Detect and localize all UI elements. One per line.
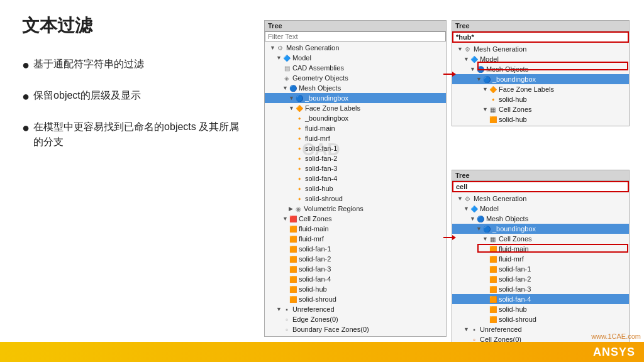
item-label: CAD Assemblies	[292, 64, 344, 72]
tree-item[interactable]: 🟧 solid-fan-3	[265, 264, 446, 274]
tree-item[interactable]: ◈ Geometry Objects	[265, 73, 446, 83]
tree-item[interactable]: 🟧 solid-hub	[265, 284, 446, 294]
item-label: solid-fan-4	[499, 295, 531, 303]
expand-arrow: ▼	[476, 76, 482, 82]
tree-item[interactable]: 🔸 fluid-mrf	[265, 133, 446, 143]
item-label: _boundingbox	[492, 225, 536, 233]
tree-item[interactable]: 🟧 solid-fan-2	[265, 254, 446, 264]
item-label: fluid-mrf	[299, 235, 324, 243]
tree-item[interactable]: 🟧 solid-hub	[452, 114, 629, 124]
tree-item[interactable]: ▼ 🔵 Mesh Objects	[265, 83, 446, 93]
tree-item-selected[interactable]: ▼ 🔵 _boundingbox	[452, 74, 629, 84]
cell-icon: 🟧	[289, 244, 297, 253]
tree-item[interactable]: 🔸 solid-hub	[265, 184, 446, 194]
item-label: Volumetric Regions	[304, 205, 364, 212]
tree-item[interactable]: ▤ CAD Assemblies	[265, 63, 446, 73]
gear-icon: ⚙	[276, 43, 285, 52]
watermark: www.1CAE.com	[591, 332, 641, 340]
item-label: Mesh Objects	[299, 84, 341, 92]
face-icon: 🔸	[295, 114, 304, 123]
expand-arrow: ▼	[482, 236, 488, 242]
tree-item[interactable]: ▫ Boundary Face Zones(0)	[265, 324, 446, 334]
tree-item[interactable]: 🟧 solid-fan-3	[452, 284, 629, 294]
item-label: fluid-main	[305, 124, 335, 132]
tree-item[interactable]: ▫ Cell Zones(0)	[265, 334, 446, 337]
tree-item[interactable]: 🟧 fluid-main	[265, 224, 446, 234]
item-label: solid-hub	[499, 96, 527, 103]
tree-item[interactable]: 🔸 _boundingbox	[265, 113, 446, 123]
tree-item[interactable]: ▼ ▦ Cell Zones	[452, 104, 629, 114]
cell-icon: ▦	[489, 105, 497, 114]
tree-item-selected[interactable]: 🟧 solid-fan-4	[452, 294, 629, 304]
unref-icon: ▪	[282, 305, 291, 314]
tree-item[interactable]: ▼ ⚙ Mesh Generation	[452, 194, 629, 204]
right-tree-top-filter[interactable]	[452, 31, 629, 43]
tree-item[interactable]: ▼ ⚙ Mesh Generation	[265, 43, 446, 53]
tree-item-selected[interactable]: ▼ 🔵 _boundingbox	[452, 224, 629, 234]
face-icon: 🔸	[295, 174, 304, 183]
tree-item[interactable]: 🔸 solid-fan-4	[265, 173, 446, 184]
left-tree-filter[interactable]	[265, 31, 446, 41]
item-label: solid-fan-4	[299, 275, 331, 283]
slide-title: 文本过滤	[22, 14, 92, 38]
tree-item[interactable]: ▼ 🟥 Cell Zones	[265, 214, 446, 224]
expand-arrow: ▼	[457, 195, 463, 202]
mesh-icon: 🔵	[482, 224, 491, 233]
tree-item[interactable]: ▼ 🔵 Mesh Objects	[452, 64, 629, 74]
tree-item[interactable]: 🟧 fluid-main	[452, 244, 629, 254]
item-label: solid-shroud	[299, 295, 336, 303]
tree-item[interactable]: 🟧 solid-shroud	[452, 314, 629, 324]
item-label: solid-fan-4	[305, 175, 337, 182]
tree-item[interactable]: ▼ 🔷 Model	[265, 53, 446, 63]
item-label: Model	[480, 205, 499, 212]
tree-item[interactable]: 🟧 fluid-mrf	[265, 234, 446, 244]
ansys-logo: ANSYS	[593, 346, 638, 359]
tree-item[interactable]: ▼ ▦ Cell Zones	[452, 234, 629, 244]
right-tree-bottom-filter[interactable]	[452, 181, 629, 192]
cell-icon: 🟧	[489, 315, 497, 324]
tree-item[interactable]: ▼ 🔷 Model	[452, 204, 629, 214]
tree-item[interactable]: ▼ 🔶 Face Zone Labels	[265, 103, 446, 113]
tree-item-selected[interactable]: ▼ 🔵 _boundingbox	[265, 93, 446, 103]
item-label: solid-shroud	[499, 315, 536, 323]
face-icon: 🔸	[295, 184, 304, 193]
tree-item[interactable]: ▼ ⚙ Mesh Generation	[452, 44, 629, 54]
tree-item[interactable]: 🔸 solid-hub	[452, 94, 629, 104]
tree-item[interactable]: 🔸 solid-fan-3	[265, 163, 446, 173]
tree-item[interactable]: 🔸 fluid-main	[265, 123, 446, 133]
right-tree-top-panel: Tree ▼ ⚙ Mesh Generation ▼ 🔷 Model ▼	[452, 20, 630, 126]
item-label: solid-fan-1	[499, 265, 531, 273]
expand-arrow: ▼	[276, 306, 282, 312]
bullets-section: ● 基于通配符字符串的过滤 ● 保留object的层级及显示 ● 在模型中更容易…	[22, 57, 248, 163]
tree-item[interactable]: 🟧 fluid-mrf	[452, 254, 629, 264]
tree-item[interactable]: ▼ 🔶 Face Zone Labels	[452, 84, 629, 94]
tree-item[interactable]: ▶ ◉ Volumetric Regions	[265, 204, 446, 214]
tree-item[interactable]: 🟧 solid-hub	[452, 304, 629, 314]
tree-item[interactable]: ▼ 🔵 Mesh Objects	[452, 214, 629, 224]
tree-item[interactable]: 🟧 solid-fan-1	[265, 244, 446, 254]
item-label: Boundary Face Zones(0)	[292, 326, 369, 333]
gear-icon: ⚙	[464, 45, 472, 53]
item-label: solid-shroud	[305, 195, 343, 202]
bullet-text-2: 保留object的层级及显示	[33, 88, 141, 103]
left-tree-header: Tree	[265, 21, 446, 31]
tree-item[interactable]: 🔸 solid-fan-1	[265, 143, 446, 153]
tree-item[interactable]: 🟧 solid-shroud	[265, 294, 446, 304]
item-label: Mesh Objects	[486, 65, 528, 73]
cad-icon: ▤	[282, 63, 291, 72]
tree-item[interactable]: 🔸 solid-shroud	[265, 194, 446, 204]
tree-item[interactable]: ▼ ▪ Unreferenced	[265, 304, 446, 314]
cell-icon: 🟧	[289, 224, 297, 233]
expand-arrow: ▼	[476, 226, 482, 232]
tree-item[interactable]: ▫ Edge Zones(0)	[265, 314, 446, 324]
cell-icon: 🟧	[489, 115, 497, 124]
tree-item[interactable]: 🟧 solid-fan-1	[452, 264, 629, 274]
bface-icon: ▫	[282, 325, 291, 334]
cell-icon: 🟥	[289, 214, 297, 223]
tree-item[interactable]: 🟧 solid-fan-4	[265, 274, 446, 284]
bullet-dot-3: ●	[22, 118, 30, 137]
tree-item[interactable]: 🔸 solid-fan-2	[265, 153, 446, 163]
tree-item[interactable]: 🟧 solid-fan-2	[452, 274, 629, 284]
tree-item[interactable]: ▼ 🔷 Model	[452, 54, 629, 64]
item-label: solid-fan-2	[299, 255, 331, 263]
